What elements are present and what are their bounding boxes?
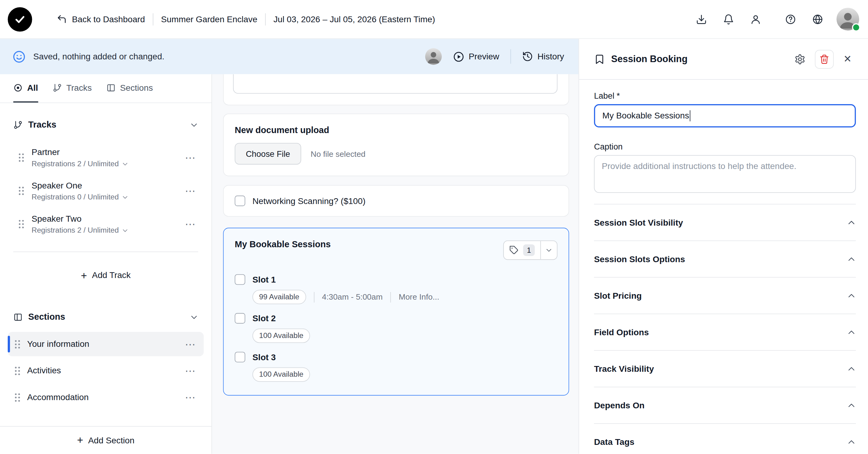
topbar-actions <box>693 8 859 30</box>
section-menu-button[interactable]: ⋯ <box>183 338 198 350</box>
tag-dropdown-button[interactable] <box>540 241 557 259</box>
slot-1-checkbox[interactable] <box>235 274 246 285</box>
tab-tracks-label: Tracks <box>66 83 92 93</box>
chevron-up-icon <box>847 291 856 300</box>
drag-handle-icon[interactable] <box>15 367 20 375</box>
history-label: History <box>537 52 564 61</box>
tab-sections-label: Sections <box>120 83 153 93</box>
add-section-button[interactable]: + Add Section <box>0 428 212 452</box>
banner-separator <box>510 49 511 64</box>
chevron-up-icon <box>847 255 856 263</box>
tab-all[interactable]: All <box>13 74 38 103</box>
field-settings-panel: Session Booking × Label * My Bookable Se… <box>578 39 868 454</box>
language-button[interactable] <box>809 11 826 27</box>
chevron-down-icon[interactable] <box>190 313 198 321</box>
tag-count-button[interactable]: 1 <box>504 241 540 259</box>
delete-field-button[interactable] <box>815 50 834 68</box>
slot-label: Slot 1 <box>252 275 276 285</box>
add-track-button[interactable]: + Add Track <box>0 263 212 287</box>
previous-field-input[interactable] <box>233 74 557 94</box>
upload-row: Choose File No file selected <box>235 143 558 164</box>
drag-handle-icon[interactable] <box>19 186 24 195</box>
content-row: All Tracks Sections <box>0 74 578 454</box>
account-button[interactable] <box>747 11 764 27</box>
track-item-speaker-two[interactable]: Speaker Two Registrations 2 / Unlimited … <box>0 207 212 240</box>
text-caret <box>690 110 691 121</box>
accordion-track-visibility[interactable]: Track Visibility <box>594 350 856 387</box>
tab-sections[interactable]: Sections <box>106 74 153 103</box>
sections-group-header[interactable]: Sections <box>13 312 198 322</box>
left-region: Saved, nothing added or changed. Preview <box>0 39 578 454</box>
track-menu-button[interactable]: ⋯ <box>183 151 198 164</box>
preview-button[interactable]: Preview <box>453 51 499 62</box>
accordion-data-tags[interactable]: Data Tags <box>594 423 856 454</box>
drag-handle-icon[interactable] <box>19 220 24 228</box>
accordion-slot-pricing[interactable]: Slot Pricing <box>594 277 856 314</box>
settings-button[interactable] <box>790 50 809 68</box>
accordion-title: Session Slot Visibility <box>594 218 683 227</box>
accordion-depends-on[interactable]: Depends On <box>594 387 856 423</box>
bookable-sessions-card[interactable]: My Bookable Sessions 1 <box>223 228 569 396</box>
tracks-group-header[interactable]: Tracks <box>13 120 198 130</box>
add-section-label: Add Section <box>88 435 134 445</box>
bell-icon <box>723 14 734 25</box>
preview-label: Preview <box>469 52 499 61</box>
networking-scanning-card[interactable]: Networking Scanning? ($100) <box>223 185 569 217</box>
event-name: Summer Garden Enclave <box>161 14 257 24</box>
panel-header: Session Booking × <box>579 39 868 80</box>
slot-2-checkbox[interactable] <box>235 313 246 324</box>
sidebar-item-your-information[interactable]: Your information ⋯ <box>8 332 204 356</box>
user-avatar[interactable] <box>836 8 859 30</box>
networking-checkbox[interactable] <box>235 196 246 206</box>
track-meta-text: Registrations 2 / Unlimited <box>32 158 119 169</box>
track-item-speaker-one[interactable]: Speaker One Registrations 0 / Unlimited … <box>0 174 212 207</box>
track-registrations-dropdown[interactable]: Registrations 0 / Unlimited <box>32 192 175 202</box>
track-name: Partner <box>32 146 175 159</box>
sections-group-title: Sections <box>28 312 65 322</box>
more-info-link[interactable]: More Info... <box>399 293 439 302</box>
back-to-dashboard-link[interactable]: Back to Dashboard <box>57 14 145 24</box>
collaborator-avatar <box>425 48 442 65</box>
section-list: Your information ⋯ Activities ⋯ Accommod… <box>0 332 212 409</box>
availability-badge: 99 Available <box>252 290 306 304</box>
app-root: Back to Dashboard Summer Garden Enclave … <box>0 0 868 454</box>
track-registrations-dropdown[interactable]: Registrations 2 / Unlimited <box>32 158 175 169</box>
trash-icon <box>819 54 829 64</box>
drag-handle-icon[interactable] <box>15 340 20 348</box>
sidebar-item-activities[interactable]: Activities ⋯ <box>8 359 204 383</box>
track-item-partner[interactable]: Partner Registrations 2 / Unlimited ⋯ <box>0 141 212 174</box>
slot-separator <box>390 292 391 302</box>
section-menu-button[interactable]: ⋯ <box>183 391 198 404</box>
globe-icon <box>812 14 823 25</box>
choose-file-button[interactable]: Choose File <box>235 143 301 164</box>
chevron-down-icon <box>545 247 553 254</box>
notifications-button[interactable] <box>720 11 737 27</box>
label-input[interactable]: My Bookable Sessions <box>594 104 856 127</box>
track-menu-button[interactable]: ⋯ <box>183 218 198 230</box>
settings-accordion: Session Slot Visibility Session Slots Op… <box>594 204 856 454</box>
sidebar-item-accommodation[interactable]: Accommodation ⋯ <box>8 385 204 409</box>
columns-icon <box>106 83 116 92</box>
target-icon <box>13 83 23 92</box>
accordion-session-slots-options[interactable]: Session Slots Options <box>594 240 856 277</box>
chevron-down-icon[interactable] <box>190 120 198 129</box>
help-button[interactable] <box>782 11 799 27</box>
document-upload-card[interactable]: New document upload Choose File No file … <box>223 114 569 176</box>
branch-icon <box>13 120 23 130</box>
caption-textarea[interactable] <box>594 155 856 193</box>
accordion-session-slot-visibility[interactable]: Session Slot Visibility <box>594 204 856 240</box>
close-panel-button[interactable]: × <box>838 50 857 68</box>
drag-handle-icon[interactable] <box>15 393 20 401</box>
download-button[interactable] <box>693 11 710 27</box>
history-button[interactable]: History <box>522 51 564 62</box>
track-registrations-dropdown[interactable]: Registrations 2 / Unlimited <box>32 225 175 236</box>
section-menu-button[interactable]: ⋯ <box>183 364 198 377</box>
drag-handle-icon[interactable] <box>19 153 24 161</box>
save-status-text: Saved, nothing added or changed. <box>33 52 164 61</box>
slot-3-checkbox[interactable] <box>235 352 246 362</box>
accordion-field-options[interactable]: Field Options <box>594 314 856 350</box>
plus-icon: + <box>77 435 83 446</box>
track-menu-button[interactable]: ⋯ <box>183 184 198 197</box>
app-logo[interactable] <box>8 7 32 31</box>
tab-tracks[interactable]: Tracks <box>53 74 92 103</box>
